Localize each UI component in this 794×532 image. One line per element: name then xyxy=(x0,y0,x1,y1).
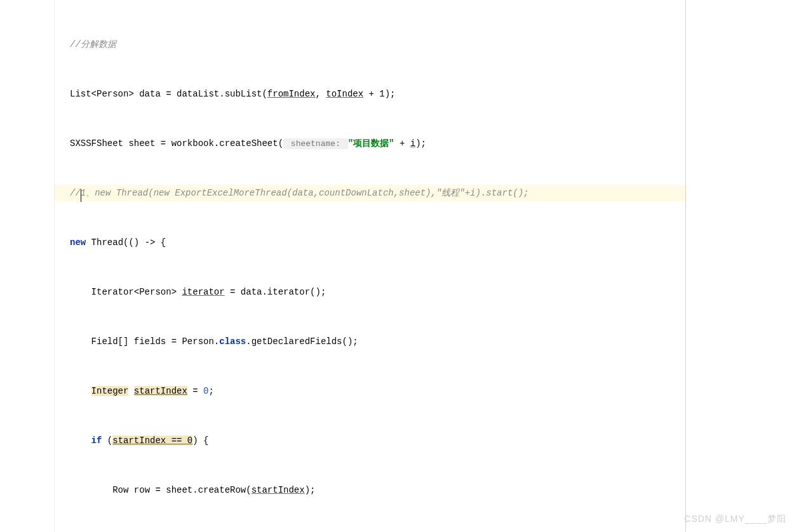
code-line: List<Person> data = dataList.subList(fro… xyxy=(70,86,685,102)
code-line: SXSSFSheet sheet = workbook.createSheet(… xyxy=(70,135,685,152)
code-line: new Thread(() -> { xyxy=(70,234,685,251)
code-line-active: //1、new Thread(new ExportExcelMoreThread… xyxy=(55,185,685,201)
watermark: CSDN @LMY____梦阳 xyxy=(684,510,786,527)
code-line: if (startIndex == 0) { xyxy=(70,432,685,449)
code-line: Field[] fields = Person.class.getDeclare… xyxy=(70,333,685,350)
code-area[interactable]: //分解数据 List<Person> data = dataList.subL… xyxy=(55,0,686,532)
gutter xyxy=(0,0,55,532)
code-line: Iterator<Person> iterator = data.iterato… xyxy=(70,284,685,300)
code-line: //分解数据 xyxy=(70,36,685,53)
code-line: Row row = sheet.createRow(startIndex); xyxy=(70,482,685,498)
code-line: Integer startIndex = 0; xyxy=(70,383,685,399)
code-editor[interactable]: //分解数据 List<Person> data = dataList.subL… xyxy=(0,0,794,532)
caret-icon xyxy=(81,189,81,202)
